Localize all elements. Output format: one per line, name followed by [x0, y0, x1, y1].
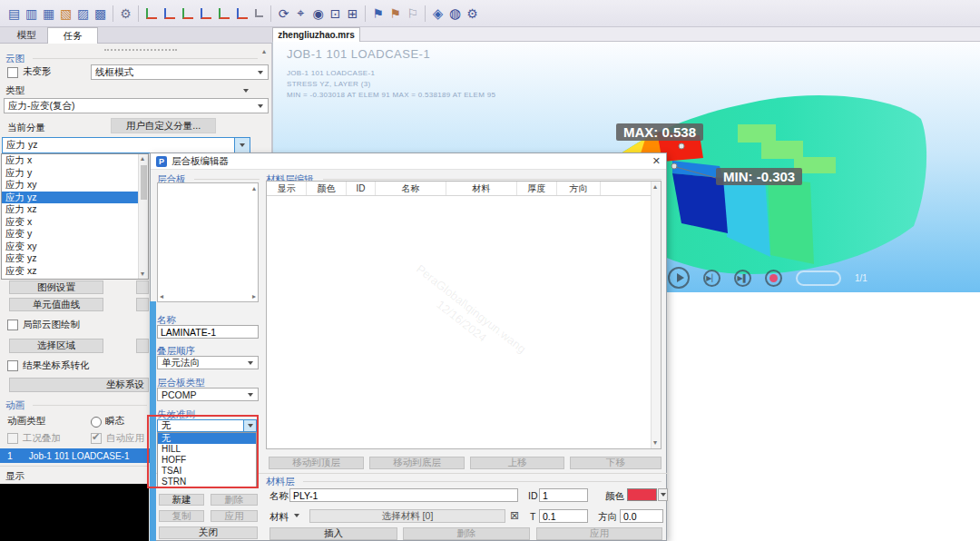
- thickness-input[interactable]: [539, 509, 588, 523]
- sphere-icon[interactable]: ◍: [446, 4, 464, 23]
- stacking-order-select[interactable]: 单元法向: [157, 356, 259, 369]
- import-file-icon[interactable]: ▧: [57, 4, 74, 23]
- move-down-button[interactable]: 下移: [570, 457, 662, 469]
- cs-settings-button[interactable]: 坐标系设: [9, 378, 149, 392]
- loadcase-list-item-selected[interactable]: 1 Job-1 101 LOADCASE-1: [0, 448, 152, 463]
- select-region-button[interactable]: 选择区域: [9, 339, 103, 353]
- save-file-icon[interactable]: ▨: [74, 4, 92, 23]
- coordinate-axis-icon-3[interactable]: [182, 8, 193, 19]
- coordinate-axis-icon-4[interactable]: [201, 8, 211, 19]
- laminate-listbox[interactable]: ▴ ◂ ▸: [157, 182, 259, 302]
- color-dropdown-button[interactable]: [658, 488, 668, 501]
- list-item[interactable]: 应变 y: [2, 228, 148, 241]
- partially-hidden-button[interactable]: [136, 280, 149, 294]
- coordinate-axis-icon-5[interactable]: [219, 8, 230, 19]
- material-layer-table[interactable]: 显示 颜色 ID 名称 材料 厚度 方向 ▴ ▾ PeraGlobal\qing…: [266, 181, 662, 449]
- new-button[interactable]: 新建: [159, 494, 204, 506]
- transient-radio[interactable]: [91, 417, 102, 428]
- ply-name-input[interactable]: [289, 488, 518, 502]
- zoom-region-icon[interactable]: ⊡: [327, 4, 344, 23]
- save-as-icon[interactable]: ▩: [92, 4, 109, 23]
- combo-arrow-button[interactable]: [234, 138, 250, 152]
- scrollbar-thumb[interactable]: [141, 165, 147, 200]
- scroll-up-icon[interactable]: ▴: [141, 155, 144, 162]
- legend-settings-button[interactable]: 图例设置: [9, 280, 103, 294]
- local-contour-checkbox[interactable]: [7, 320, 18, 330]
- clear-material-icon[interactable]: ⊠: [510, 509, 519, 522]
- move-to-bottom-button[interactable]: 移动到底层: [369, 457, 465, 469]
- tab-model[interactable]: 模型: [5, 27, 47, 44]
- play-button[interactable]: [668, 267, 690, 289]
- record-button[interactable]: [765, 270, 782, 287]
- settings-gear-icon[interactable]: ⚙: [117, 4, 134, 23]
- wireframe-mode-select[interactable]: 线框模式: [91, 64, 269, 80]
- apply-layer-button[interactable]: 应用: [536, 527, 662, 540]
- result-cs-checkbox[interactable]: [7, 360, 18, 371]
- document-tab[interactable]: zhengliuzhao.mrs: [272, 27, 360, 42]
- copy-button[interactable]: 复制: [159, 510, 204, 522]
- case-overlay-checkbox[interactable]: [7, 433, 18, 444]
- undeformed-checkbox[interactable]: [7, 67, 18, 78]
- move-up-button[interactable]: 上移: [470, 457, 564, 469]
- rotate-view-icon[interactable]: ⟳: [275, 4, 292, 23]
- list-item[interactable]: 应变 xy: [2, 241, 148, 253]
- list-item[interactable]: 应力 xz: [2, 203, 148, 216]
- select-material-button[interactable]: 选择材料 [0]: [309, 509, 505, 523]
- partially-hidden-button[interactable]: [136, 339, 149, 353]
- flag-blue-icon[interactable]: ⚑: [369, 4, 387, 23]
- cube-icon[interactable]: ◈: [429, 4, 446, 23]
- close-button[interactable]: 关闭: [159, 526, 258, 539]
- element-value-curve-button[interactable]: 单元值曲线: [9, 298, 103, 311]
- collapse-icon[interactable]: [243, 89, 249, 93]
- open-folder-icon[interactable]: ▦: [40, 4, 57, 23]
- coordinate-axis-icon-2[interactable]: [164, 8, 175, 19]
- frame-slider[interactable]: [796, 270, 841, 286]
- list-item[interactable]: 应力 y: [2, 167, 148, 180]
- scroll-left-icon[interactable]: ◂: [160, 293, 163, 300]
- tab-task[interactable]: 任务: [47, 27, 98, 44]
- flag-orange-icon[interactable]: ⚑: [387, 4, 404, 23]
- render-gear-icon[interactable]: ⚙: [464, 4, 481, 23]
- auto-apply-checkbox[interactable]: ✔: [91, 433, 102, 444]
- list-item[interactable]: 应力 xy: [2, 179, 148, 192]
- list-item[interactable]: 应力 x: [2, 154, 148, 167]
- pan-view-icon[interactable]: ⌖: [292, 4, 309, 23]
- scrollbar[interactable]: ▴ ▾: [138, 154, 148, 279]
- zoom-icon[interactable]: ◉: [309, 4, 327, 23]
- flag-outline-icon[interactable]: ⚐: [404, 4, 421, 23]
- scroll-right-icon[interactable]: ▸: [252, 293, 256, 300]
- edit-file-icon[interactable]: ▥: [23, 4, 40, 23]
- material-dropdown-icon[interactable]: [294, 514, 299, 517]
- list-item-selected[interactable]: 无: [158, 433, 256, 444]
- list-item[interactable]: STRN: [158, 477, 256, 487]
- partially-hidden-button[interactable]: [136, 298, 149, 311]
- scroll-up-icon[interactable]: ▴: [653, 183, 657, 191]
- dialog-titlebar[interactable]: P 层合板编辑器 ✕: [151, 153, 666, 170]
- failure-criterion-combobox[interactable]: 无: [157, 419, 257, 432]
- delete-button[interactable]: 删除: [211, 494, 258, 506]
- scroll-down-icon[interactable]: ▾: [141, 270, 144, 278]
- list-item[interactable]: 应变 x: [2, 216, 148, 229]
- scroll-up-icon[interactable]: ▴: [252, 185, 256, 192]
- coordinate-axis-icon-1[interactable]: [146, 8, 157, 19]
- close-icon[interactable]: ✕: [652, 155, 661, 167]
- scrollbar[interactable]: ▴ ▾: [651, 182, 661, 448]
- result-type-select[interactable]: 应力-应变(复合): [4, 98, 269, 113]
- coordinate-axis-icon-6[interactable]: [237, 8, 248, 19]
- list-item[interactable]: HILL: [158, 444, 256, 455]
- direction-input[interactable]: [620, 509, 663, 523]
- panel-drag-handle[interactable]: [104, 49, 177, 51]
- list-item[interactable]: 应变 xz: [2, 265, 148, 278]
- list-item[interactable]: 应变 yz: [2, 252, 148, 265]
- combo-arrow-button[interactable]: [243, 420, 256, 431]
- laminate-name-input[interactable]: [157, 325, 259, 339]
- insert-button[interactable]: 插入: [270, 527, 397, 540]
- move-to-top-button[interactable]: 移动到顶层: [269, 457, 364, 469]
- color-swatch[interactable]: [627, 488, 657, 501]
- skip-end-button[interactable]: ▶▌: [734, 270, 751, 287]
- component-combobox[interactable]: 应力 yz: [2, 137, 250, 153]
- list-item-selected[interactable]: 应力 yz: [2, 192, 148, 204]
- scroll-up-icon[interactable]: ▴: [262, 48, 266, 55]
- step-forward-button[interactable]: ▶▏: [703, 270, 720, 287]
- custom-component-button[interactable]: 用户自定义分量...: [111, 118, 216, 133]
